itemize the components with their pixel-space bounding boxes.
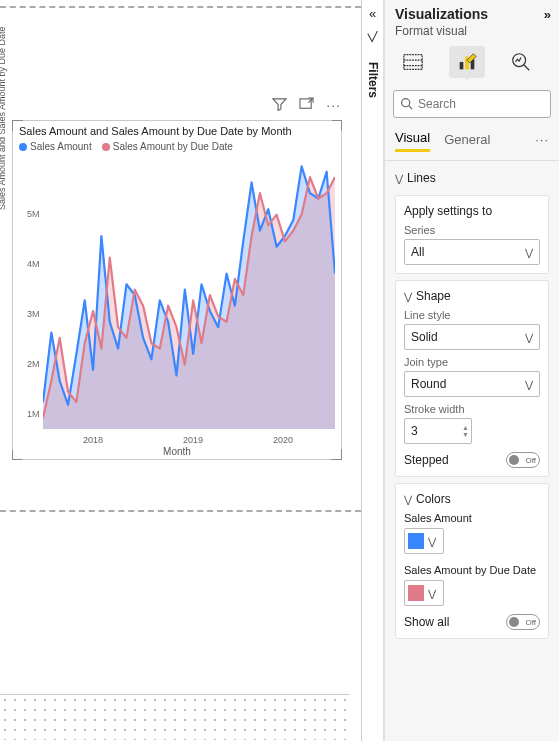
color-swatch	[408, 533, 424, 549]
chart-visual[interactable]: ··· Sales Amount and Sales Amount by Due…	[12, 120, 342, 460]
format-visual-icon[interactable]	[449, 46, 485, 78]
legend-series1: Sales Amount	[30, 141, 92, 152]
x-axis-label: Month	[163, 446, 191, 457]
canvas-boundary-top	[0, 6, 361, 8]
svg-line-8	[524, 65, 530, 71]
color-picker-series1[interactable]: ⋁	[404, 528, 444, 554]
stroke-width-label: Stroke width	[404, 403, 540, 415]
chevron-down-icon: ⋁	[404, 291, 412, 302]
svg-rect-0	[300, 99, 311, 108]
ytick: 2M	[27, 359, 40, 369]
color-series2-label: Sales Amount by Due Date	[404, 564, 540, 576]
tab-general[interactable]: General	[444, 128, 490, 151]
svg-line-10	[409, 106, 412, 109]
chevron-down-icon: ⋁	[428, 588, 436, 599]
stepped-label: Stepped	[404, 453, 449, 467]
search-input[interactable]	[393, 90, 551, 118]
pane-subtitle: Format visual	[385, 24, 559, 42]
color-swatch	[408, 585, 424, 601]
chart-title: Sales Amount and Sales Amount by Due Dat…	[13, 121, 341, 137]
ytick: 3M	[27, 309, 40, 319]
xtick: 2020	[273, 435, 293, 445]
more-options-icon[interactable]: ···	[326, 97, 341, 115]
join-type-label: Join type	[404, 356, 540, 368]
subsection-colors[interactable]: ⋁ Colors	[404, 492, 540, 506]
xtick: 2019	[183, 435, 203, 445]
y-axis-label: Sales Amount and Sales Amount by Due Dat…	[0, 26, 7, 210]
analytics-icon[interactable]	[503, 46, 539, 78]
join-type-select[interactable]: Round ⋁	[404, 371, 540, 397]
svg-point-9	[402, 99, 410, 107]
canvas-boundary-bottom	[0, 510, 361, 512]
subsection-shape[interactable]: ⋁ Shape	[404, 289, 540, 303]
step-down-icon[interactable]: ▼	[462, 431, 469, 438]
chevron-down-icon: ⋁	[525, 379, 533, 390]
svg-rect-1	[404, 55, 422, 70]
color-picker-series2[interactable]: ⋁	[404, 580, 444, 606]
chevron-down-icon: ⋁	[395, 173, 403, 184]
stepped-toggle[interactable]: Off	[506, 452, 540, 468]
chevron-down-icon: ⋁	[428, 536, 436, 547]
filter-icon[interactable]	[272, 97, 287, 115]
show-all-toggle[interactable]: Off	[506, 614, 540, 630]
tab-more-icon[interactable]: ···	[535, 132, 549, 147]
xtick: 2018	[83, 435, 103, 445]
series-label: Series	[404, 224, 540, 236]
focus-mode-icon[interactable]	[299, 97, 314, 115]
stroke-width-value: 3	[411, 424, 418, 438]
step-up-icon[interactable]: ▲	[462, 424, 469, 431]
filters-label[interactable]: Filters	[366, 62, 380, 98]
report-canvas: ··· Sales Amount and Sales Amount by Due…	[0, 0, 362, 741]
tab-visual[interactable]: Visual	[395, 126, 430, 152]
svg-rect-4	[460, 62, 464, 69]
chart-legend: Sales Amount Sales Amount by Due Date	[13, 137, 341, 156]
series-select[interactable]: All ⋁	[404, 239, 540, 265]
visualizations-pane: Visualizations » Format visual Visual Ge…	[384, 0, 559, 741]
chart-svg	[43, 161, 335, 429]
join-type-value: Round	[411, 377, 446, 391]
search-icon	[400, 97, 413, 113]
canvas-dotted-area	[0, 694, 350, 740]
expand-chevron-icon[interactable]: »	[544, 7, 551, 22]
line-style-select[interactable]: Solid ⋁	[404, 324, 540, 350]
ytick: 1M	[27, 409, 40, 419]
section-lines[interactable]: ⋁ Lines	[395, 167, 549, 189]
build-visual-icon[interactable]	[395, 46, 431, 78]
series-value: All	[411, 245, 424, 259]
line-style-value: Solid	[411, 330, 438, 344]
collapse-chevron-icon[interactable]: «	[369, 6, 376, 21]
shape-header: Shape	[416, 289, 451, 303]
color-series1-label: Sales Amount	[404, 512, 540, 524]
show-all-label: Show all	[404, 615, 449, 629]
colors-header: Colors	[416, 492, 451, 506]
plot-area	[43, 161, 335, 429]
ytick: 5M	[27, 209, 40, 219]
chevron-down-icon: ⋁	[525, 332, 533, 343]
line-style-label: Line style	[404, 309, 540, 321]
legend-series2: Sales Amount by Due Date	[113, 141, 233, 152]
filters-rail: « Filters	[362, 0, 384, 741]
stroke-width-stepper[interactable]: 3 ▲▼	[404, 418, 472, 444]
chevron-down-icon: ⋁	[404, 494, 412, 505]
pane-title: Visualizations	[395, 6, 488, 22]
section-lines-label: Lines	[407, 171, 436, 185]
filters-icon[interactable]	[366, 31, 380, 48]
chevron-down-icon: ⋁	[525, 247, 533, 258]
apply-settings-label: Apply settings to	[404, 204, 540, 218]
ytick: 4M	[27, 259, 40, 269]
